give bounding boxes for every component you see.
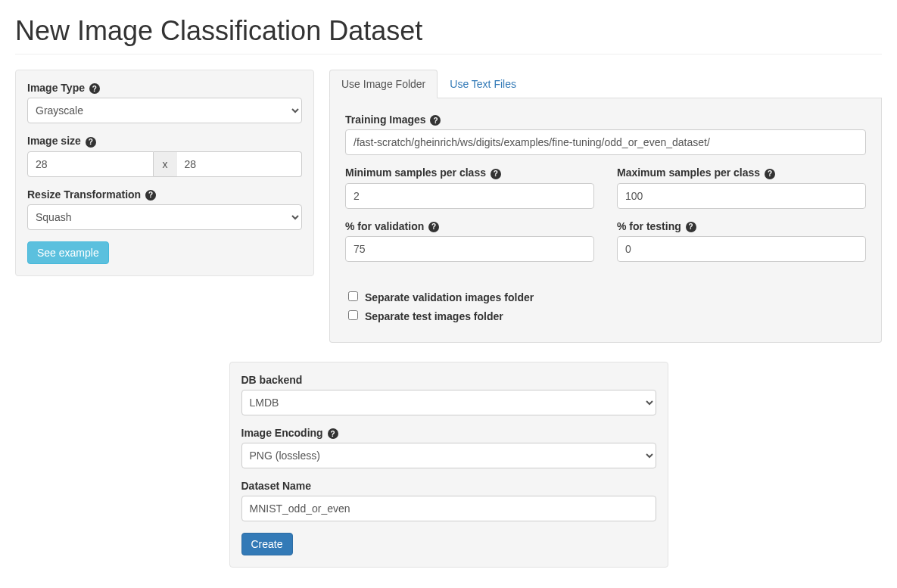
bottom-panel: DB backend LMDB Image Encoding ? PNG (lo…	[229, 362, 668, 568]
tab-use-image-folder[interactable]: Use Image Folder	[329, 70, 438, 98]
help-icon[interactable]: ?	[145, 190, 156, 201]
pct-validation-input[interactable]	[345, 236, 594, 262]
image-size-label: Image size ?	[27, 135, 302, 147]
max-samples-input[interactable]	[617, 183, 866, 209]
tab-content: Training Images ? Minimum samples per cl…	[329, 98, 882, 343]
page-title: New Image Classification Dataset	[15, 15, 882, 54]
pct-testing-label: % for testing ?	[617, 220, 866, 232]
dataset-name-input[interactable]	[241, 496, 656, 521]
max-samples-label: Maximum samples per class ?	[617, 166, 866, 179]
create-button[interactable]: Create	[241, 533, 293, 555]
db-backend-select[interactable]: LMDB	[241, 390, 656, 415]
help-icon[interactable]: ?	[430, 115, 441, 126]
size-separator: x	[154, 151, 177, 177]
resize-transformation-select[interactable]: Squash	[27, 204, 302, 230]
help-icon[interactable]: ?	[765, 169, 775, 179]
image-encoding-select[interactable]: PNG (lossless)	[241, 443, 656, 468]
tabs: Use Image Folder Use Text Files	[329, 70, 882, 98]
image-type-label: Image Type ?	[27, 82, 302, 94]
help-icon[interactable]: ?	[86, 137, 96, 148]
pct-validation-label: % for validation ?	[345, 220, 594, 232]
resize-transformation-label: Resize Transformation ?	[27, 188, 302, 201]
help-icon[interactable]: ?	[428, 222, 439, 232]
help-icon[interactable]: ?	[491, 169, 501, 179]
separate-test-label: Separate test images folder	[345, 310, 503, 322]
training-images-label: Training Images ?	[345, 114, 866, 126]
help-icon[interactable]: ?	[686, 222, 696, 232]
left-panel: Image Type ? Grayscale Image size ? x	[15, 70, 314, 276]
image-type-select[interactable]: Grayscale	[27, 98, 302, 123]
pct-testing-input[interactable]	[617, 236, 866, 262]
help-icon[interactable]: ?	[89, 83, 100, 94]
separate-validation-label: Separate validation images folder	[345, 291, 534, 303]
training-images-input[interactable]	[345, 129, 866, 155]
separate-test-checkbox[interactable]	[348, 310, 358, 320]
image-height-input[interactable]	[177, 151, 303, 177]
dataset-name-label: Dataset Name	[241, 480, 656, 492]
image-encoding-label: Image Encoding ?	[241, 427, 656, 439]
min-samples-label: Minimum samples per class ?	[345, 166, 594, 179]
see-example-button[interactable]: See example	[27, 241, 109, 264]
image-width-input[interactable]	[27, 151, 154, 177]
separate-validation-checkbox[interactable]	[348, 291, 358, 301]
help-icon[interactable]: ?	[328, 428, 338, 439]
tab-use-text-files[interactable]: Use Text Files	[438, 70, 528, 98]
min-samples-input[interactable]	[345, 183, 594, 209]
db-backend-label: DB backend	[241, 374, 656, 386]
